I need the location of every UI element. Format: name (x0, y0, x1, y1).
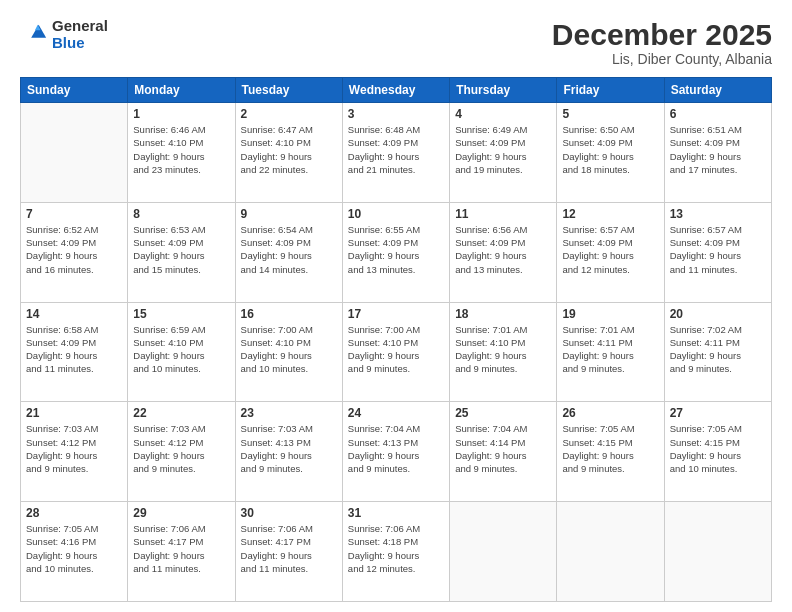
day-info: Sunrise: 6:58 AM Sunset: 4:09 PM Dayligh… (26, 323, 122, 376)
day-info: Sunrise: 7:05 AM Sunset: 4:16 PM Dayligh… (26, 522, 122, 575)
day-info: Sunrise: 7:06 AM Sunset: 4:18 PM Dayligh… (348, 522, 444, 575)
day-number: 2 (241, 107, 337, 121)
logo-text: General Blue (52, 18, 108, 51)
calendar-cell: 25Sunrise: 7:04 AM Sunset: 4:14 PM Dayli… (450, 402, 557, 502)
day-info: Sunrise: 6:53 AM Sunset: 4:09 PM Dayligh… (133, 223, 229, 276)
day-info: Sunrise: 7:06 AM Sunset: 4:17 PM Dayligh… (133, 522, 229, 575)
calendar-cell: 15Sunrise: 6:59 AM Sunset: 4:10 PM Dayli… (128, 302, 235, 402)
calendar-cell: 18Sunrise: 7:01 AM Sunset: 4:10 PM Dayli… (450, 302, 557, 402)
day-info: Sunrise: 7:03 AM Sunset: 4:12 PM Dayligh… (26, 422, 122, 475)
calendar-cell: 7Sunrise: 6:52 AM Sunset: 4:09 PM Daylig… (21, 202, 128, 302)
day-info: Sunrise: 6:51 AM Sunset: 4:09 PM Dayligh… (670, 123, 766, 176)
day-number: 8 (133, 207, 229, 221)
day-number: 26 (562, 406, 658, 420)
day-info: Sunrise: 7:04 AM Sunset: 4:14 PM Dayligh… (455, 422, 551, 475)
calendar-cell: 11Sunrise: 6:56 AM Sunset: 4:09 PM Dayli… (450, 202, 557, 302)
calendar-week-row: 28Sunrise: 7:05 AM Sunset: 4:16 PM Dayli… (21, 502, 772, 602)
day-info: Sunrise: 7:05 AM Sunset: 4:15 PM Dayligh… (670, 422, 766, 475)
day-info: Sunrise: 7:00 AM Sunset: 4:10 PM Dayligh… (241, 323, 337, 376)
day-info: Sunrise: 6:49 AM Sunset: 4:09 PM Dayligh… (455, 123, 551, 176)
calendar-cell: 17Sunrise: 7:00 AM Sunset: 4:10 PM Dayli… (342, 302, 449, 402)
logo-blue: Blue (52, 35, 108, 52)
page: General Blue December 2025 Lis, Diber Co… (0, 0, 792, 612)
logo-general: General (52, 18, 108, 35)
day-info: Sunrise: 7:01 AM Sunset: 4:11 PM Dayligh… (562, 323, 658, 376)
day-number: 17 (348, 307, 444, 321)
day-number: 14 (26, 307, 122, 321)
calendar-table: SundayMondayTuesdayWednesdayThursdayFrid… (20, 77, 772, 602)
calendar-cell: 16Sunrise: 7:00 AM Sunset: 4:10 PM Dayli… (235, 302, 342, 402)
calendar-cell: 23Sunrise: 7:03 AM Sunset: 4:13 PM Dayli… (235, 402, 342, 502)
day-number: 5 (562, 107, 658, 121)
calendar-week-row: 1Sunrise: 6:46 AM Sunset: 4:10 PM Daylig… (21, 103, 772, 203)
day-info: Sunrise: 6:59 AM Sunset: 4:10 PM Dayligh… (133, 323, 229, 376)
day-info: Sunrise: 6:57 AM Sunset: 4:09 PM Dayligh… (562, 223, 658, 276)
day-info: Sunrise: 6:52 AM Sunset: 4:09 PM Dayligh… (26, 223, 122, 276)
calendar-cell: 12Sunrise: 6:57 AM Sunset: 4:09 PM Dayli… (557, 202, 664, 302)
day-number: 31 (348, 506, 444, 520)
calendar-week-row: 21Sunrise: 7:03 AM Sunset: 4:12 PM Dayli… (21, 402, 772, 502)
day-info: Sunrise: 7:00 AM Sunset: 4:10 PM Dayligh… (348, 323, 444, 376)
calendar-cell: 26Sunrise: 7:05 AM Sunset: 4:15 PM Dayli… (557, 402, 664, 502)
calendar-cell: 13Sunrise: 6:57 AM Sunset: 4:09 PM Dayli… (664, 202, 771, 302)
calendar-header-row: SundayMondayTuesdayWednesdayThursdayFrid… (21, 78, 772, 103)
day-info: Sunrise: 7:05 AM Sunset: 4:15 PM Dayligh… (562, 422, 658, 475)
day-info: Sunrise: 7:02 AM Sunset: 4:11 PM Dayligh… (670, 323, 766, 376)
day-info: Sunrise: 6:47 AM Sunset: 4:10 PM Dayligh… (241, 123, 337, 176)
calendar-week-row: 7Sunrise: 6:52 AM Sunset: 4:09 PM Daylig… (21, 202, 772, 302)
calendar-cell: 24Sunrise: 7:04 AM Sunset: 4:13 PM Dayli… (342, 402, 449, 502)
calendar-cell: 31Sunrise: 7:06 AM Sunset: 4:18 PM Dayli… (342, 502, 449, 602)
day-number: 3 (348, 107, 444, 121)
day-number: 18 (455, 307, 551, 321)
calendar-week-row: 14Sunrise: 6:58 AM Sunset: 4:09 PM Dayli… (21, 302, 772, 402)
calendar-cell: 8Sunrise: 6:53 AM Sunset: 4:09 PM Daylig… (128, 202, 235, 302)
day-info: Sunrise: 6:55 AM Sunset: 4:09 PM Dayligh… (348, 223, 444, 276)
day-number: 9 (241, 207, 337, 221)
day-number: 1 (133, 107, 229, 121)
day-info: Sunrise: 7:03 AM Sunset: 4:12 PM Dayligh… (133, 422, 229, 475)
day-number: 25 (455, 406, 551, 420)
calendar-header-saturday: Saturday (664, 78, 771, 103)
calendar-cell: 29Sunrise: 7:06 AM Sunset: 4:17 PM Dayli… (128, 502, 235, 602)
day-info: Sunrise: 6:56 AM Sunset: 4:09 PM Dayligh… (455, 223, 551, 276)
calendar-cell: 3Sunrise: 6:48 AM Sunset: 4:09 PM Daylig… (342, 103, 449, 203)
day-number: 29 (133, 506, 229, 520)
day-info: Sunrise: 6:54 AM Sunset: 4:09 PM Dayligh… (241, 223, 337, 276)
day-number: 10 (348, 207, 444, 221)
day-number: 21 (26, 406, 122, 420)
calendar-cell: 27Sunrise: 7:05 AM Sunset: 4:15 PM Dayli… (664, 402, 771, 502)
calendar-cell: 20Sunrise: 7:02 AM Sunset: 4:11 PM Dayli… (664, 302, 771, 402)
day-number: 11 (455, 207, 551, 221)
day-number: 30 (241, 506, 337, 520)
day-info: Sunrise: 7:01 AM Sunset: 4:10 PM Dayligh… (455, 323, 551, 376)
day-number: 16 (241, 307, 337, 321)
day-info: Sunrise: 6:46 AM Sunset: 4:10 PM Dayligh… (133, 123, 229, 176)
calendar-header-tuesday: Tuesday (235, 78, 342, 103)
day-number: 13 (670, 207, 766, 221)
location: Lis, Diber County, Albania (552, 51, 772, 67)
day-number: 12 (562, 207, 658, 221)
calendar-cell: 14Sunrise: 6:58 AM Sunset: 4:09 PM Dayli… (21, 302, 128, 402)
calendar-header-thursday: Thursday (450, 78, 557, 103)
day-number: 27 (670, 406, 766, 420)
day-number: 4 (455, 107, 551, 121)
day-info: Sunrise: 7:06 AM Sunset: 4:17 PM Dayligh… (241, 522, 337, 575)
day-info: Sunrise: 6:50 AM Sunset: 4:09 PM Dayligh… (562, 123, 658, 176)
calendar-cell (664, 502, 771, 602)
day-number: 22 (133, 406, 229, 420)
logo-icon (20, 21, 48, 49)
day-number: 15 (133, 307, 229, 321)
logo: General Blue (20, 18, 108, 51)
day-number: 6 (670, 107, 766, 121)
day-number: 24 (348, 406, 444, 420)
calendar-cell: 2Sunrise: 6:47 AM Sunset: 4:10 PM Daylig… (235, 103, 342, 203)
calendar-cell (450, 502, 557, 602)
calendar-cell (21, 103, 128, 203)
calendar-cell (557, 502, 664, 602)
day-number: 7 (26, 207, 122, 221)
calendar-cell: 19Sunrise: 7:01 AM Sunset: 4:11 PM Dayli… (557, 302, 664, 402)
calendar-cell: 1Sunrise: 6:46 AM Sunset: 4:10 PM Daylig… (128, 103, 235, 203)
day-number: 19 (562, 307, 658, 321)
header: General Blue December 2025 Lis, Diber Co… (20, 18, 772, 67)
day-info: Sunrise: 6:48 AM Sunset: 4:09 PM Dayligh… (348, 123, 444, 176)
